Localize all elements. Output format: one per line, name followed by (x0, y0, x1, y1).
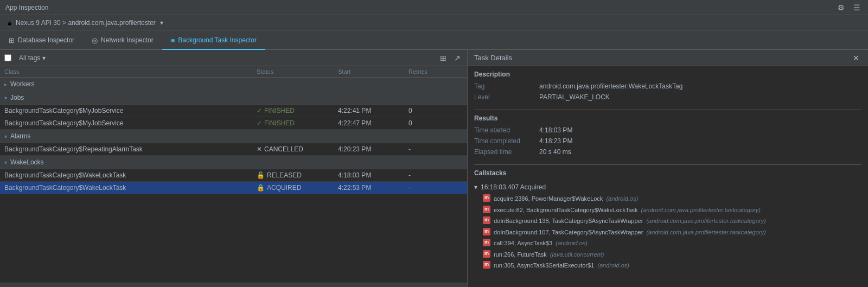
workers-label: Workers (10, 80, 34, 88)
network-tab-icon: ◎ (92, 36, 98, 44)
lock-closed-icon: 🔒 (257, 184, 265, 192)
alarms-label: Alarms (10, 132, 30, 140)
row-start: 4:22:41 PM (338, 107, 409, 114)
method-name: doInBackground:138, TaskCategory$AsyncTa… (494, 216, 643, 226)
row-status: 🔓 RELEASED (257, 171, 338, 179)
workers-chevron (4, 81, 7, 87)
title-bar-actions: ⚙ ☰ (835, 2, 863, 13)
elapsed-time-label: Elapsed time (474, 148, 539, 156)
col-class: Class (4, 68, 257, 75)
background-tab-label: Background Task Inspector (178, 36, 257, 44)
check-icon: ✓ (257, 107, 262, 114)
title-bar: App Inspection ⚙ ☰ (0, 0, 868, 15)
time-completed-label: Time completed (474, 137, 539, 145)
horizontal-scrollbar[interactable] (0, 283, 467, 287)
method-pkg: (android.os) (606, 194, 638, 203)
table-body: Workers Jobs BackgroundTaskCategory$MyJo… (0, 78, 467, 283)
results-title: Results (474, 114, 861, 122)
device-bar: 📱 Nexus 9 API 30 > android.com.java.prof… (0, 15, 868, 30)
table-row[interactable]: BackgroundTaskCategory$WakeLockTask 🔓 RE… (0, 169, 467, 182)
row-retries: 0 (409, 107, 463, 114)
description-title: Description (474, 71, 861, 78)
method-name: run:266, FutureTask (494, 250, 547, 259)
callstack-time: 16:18:03.407 Acquired (481, 183, 546, 191)
share-button[interactable]: ↗ (452, 53, 463, 63)
method-icon: m (483, 228, 490, 235)
callstack-entry: m execute:82, BackgroundTaskCategory$Wak… (474, 205, 861, 216)
tab-database-inspector[interactable]: ⊞ Database Inspector (0, 31, 83, 50)
section-alarms[interactable]: Alarms (0, 130, 467, 143)
level-value: PARTIAL_WAKE_LOCK (539, 93, 610, 101)
level-row: Level PARTIAL_WAKE_LOCK (474, 93, 861, 101)
row-class: BackgroundTaskCategory$MyJobService (4, 107, 257, 114)
callstack-chevron: ▾ (474, 183, 477, 191)
method-icon: m (483, 206, 490, 213)
callstack-entry: m acquire:2386, PowerManager$WakeLock (a… (474, 193, 861, 205)
jobs-label: Jobs (10, 94, 24, 101)
task-details-header: Task Details ✕ (468, 50, 868, 66)
section-workers[interactable]: Workers (0, 78, 467, 91)
settings-button[interactable]: ⚙ (835, 2, 847, 13)
section-wakelocks[interactable]: WakeLocks (0, 156, 467, 169)
method-icon: m (483, 216, 490, 224)
row-start: 4:20:23 PM (338, 145, 409, 153)
table-row[interactable]: BackgroundTaskCategory$MyJobService ✓ FI… (0, 117, 467, 130)
wakelocks-chevron (4, 160, 7, 165)
menu-button[interactable]: ☰ (851, 2, 863, 13)
time-completed-row: Time completed 4:18:23 PM (474, 137, 861, 145)
row-class: BackgroundTaskCategory$WakeLockTask (4, 184, 257, 192)
grid-view-button[interactable]: ⊞ (438, 53, 449, 63)
method-name: run:305, AsyncTask$SerialExecutor$1 (494, 261, 594, 270)
tab-background-task-inspector[interactable]: ≡ Background Task Inspector (162, 31, 265, 50)
row-start: 4:18:03 PM (338, 171, 409, 179)
tag-value: android.com.java.profilertester:WakeLock… (539, 82, 682, 90)
callstack-header[interactable]: ▾ 16:18:03.407 Acquired (474, 181, 861, 193)
method-name: doInBackground:107, TaskCategory$AsyncTa… (494, 228, 643, 237)
row-retries: 0 (409, 119, 463, 127)
method-pkg: (java.util.concurrent) (550, 250, 604, 259)
callstack-entry: m run:305, AsyncTask$SerialExecutor$1 (a… (474, 260, 861, 271)
col-retries: Retries (409, 68, 463, 75)
row-retries: - (409, 145, 463, 153)
section-jobs[interactable]: Jobs (0, 91, 467, 105)
row-status: ✓ FINISHED (257, 107, 338, 114)
table-row[interactable]: BackgroundTaskCategory$RepeatingAlarmTas… (0, 143, 467, 156)
device-label: Nexus 9 API 30 > android.com.java.profil… (16, 19, 156, 27)
divider-2 (474, 164, 861, 165)
table-row[interactable]: BackgroundTaskCategory$MyJobService ✓ FI… (0, 105, 467, 117)
row-class: BackgroundTaskCategory$MyJobService (4, 119, 257, 127)
tab-network-inspector[interactable]: ◎ Network Inspector (83, 31, 162, 50)
select-all-checkbox[interactable] (4, 54, 11, 61)
callstack-entry: m doInBackground:138, TaskCategory$Async… (474, 215, 861, 227)
callstack-entry: m run:266, FutureTask (java.util.concurr… (474, 249, 861, 260)
network-tab-label: Network Inspector (101, 36, 154, 44)
table-header: Class Status Start Retries (0, 66, 467, 78)
app-title: App Inspection (5, 4, 48, 11)
callstack-entries: m acquire:2386, PowerManager$WakeLock (a… (474, 193, 861, 271)
row-retries: - (409, 184, 463, 192)
elapsed-time-value: 20 s 40 ms (539, 148, 571, 156)
row-status: 🔒 ACQUIRED (257, 184, 338, 192)
row-class: BackgroundTaskCategory$RepeatingAlarmTas… (4, 145, 257, 153)
row-retries: - (409, 171, 463, 179)
method-pkg: (android.os) (597, 261, 629, 270)
background-tab-icon: ≡ (171, 36, 175, 44)
tabs-bar: ⊞ Database Inspector ◎ Network Inspector… (0, 30, 868, 50)
task-toolbar: All tags ▾ ⊞ ↗ (0, 50, 467, 66)
all-tags-button[interactable]: All tags ▾ (16, 53, 49, 63)
task-details-body: Description Tag android.com.java.profile… (468, 66, 868, 287)
close-details-button[interactable]: ✕ (851, 53, 861, 63)
table-row[interactable]: BackgroundTaskCategory$WakeLockTask 🔒 AC… (0, 182, 467, 194)
level-label: Level (474, 93, 539, 101)
row-status: ✓ FINISHED (257, 119, 338, 127)
database-tab-icon: ⊞ (9, 36, 15, 44)
method-name: execute:82, BackgroundTaskCategory$WakeL… (494, 206, 638, 215)
toolbar-left: All tags ▾ (4, 53, 49, 63)
tag-label: Tag (474, 82, 539, 90)
col-status: Status (257, 68, 338, 75)
method-icon: m (483, 239, 490, 246)
callstack-entry: m call:394, AsyncTask$3 (android.os) (474, 238, 861, 249)
time-completed-value: 4:18:23 PM (539, 137, 572, 145)
method-pkg: (android.com.java.profilertester.taskcat… (646, 228, 765, 237)
method-name: call:394, AsyncTask$3 (494, 239, 552, 248)
